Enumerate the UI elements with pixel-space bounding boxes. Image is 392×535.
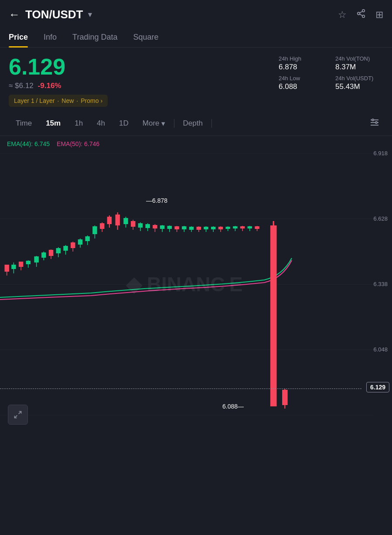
price-left: 6.129 ≈ $6.12 -9.16% Layer 1 / Layer · N… bbox=[9, 55, 270, 107]
time-item-1d[interactable]: 1D bbox=[112, 115, 136, 132]
svg-rect-38 bbox=[85, 236, 89, 241]
price-label-6628: 6.628 bbox=[373, 215, 388, 222]
time-bar: Time 15m 1h 4h 1D More ▾ Depth bbox=[0, 111, 392, 136]
svg-rect-32 bbox=[63, 246, 68, 251]
ema50-label: EMA(50): 6.746 bbox=[57, 140, 99, 147]
svg-rect-16 bbox=[4, 265, 9, 272]
stat-vol-ton-label: 24h Vol(TON) bbox=[335, 55, 383, 62]
time-more-label: More bbox=[143, 119, 160, 128]
stat-low-value: 6.088 bbox=[279, 82, 327, 91]
stat-high-label: 24h High bbox=[279, 55, 327, 62]
price-label-6338: 6.338 bbox=[373, 281, 388, 287]
chart-settings-button[interactable] bbox=[366, 114, 383, 133]
stat-high-value: 6.878 bbox=[279, 63, 327, 72]
current-price-label: 6.129 bbox=[366, 382, 389, 392]
svg-rect-26 bbox=[41, 252, 46, 258]
current-price-line bbox=[0, 388, 361, 389]
tag-sep-2: · bbox=[76, 97, 78, 104]
price-stats: 24h High 6.878 24h Vol(TON) 8.37M 24h Lo… bbox=[279, 55, 383, 107]
svg-rect-70 bbox=[204, 227, 208, 229]
time-depth-button[interactable]: Depth bbox=[176, 115, 210, 132]
tag-sep-1: · bbox=[57, 97, 59, 104]
stat-24h-vol-usdt: 24h Vol(USDT) 55.43M bbox=[335, 75, 383, 91]
tab-square[interactable]: Square bbox=[133, 27, 158, 47]
svg-rect-60 bbox=[167, 226, 172, 229]
stat-vol-usdt-label: 24h Vol(USDT) bbox=[335, 75, 383, 82]
svg-rect-82 bbox=[248, 226, 252, 228]
svg-point-8 bbox=[372, 119, 374, 121]
tag-new: New bbox=[61, 97, 74, 104]
svg-rect-76 bbox=[225, 227, 230, 229]
high-price-annotation: —6.878 bbox=[146, 197, 167, 204]
tab-trading-data[interactable]: Trading Data bbox=[72, 27, 117, 47]
price-label-6918: 6.918 bbox=[373, 150, 388, 157]
trading-pair-label: TON/USDT bbox=[25, 8, 83, 21]
svg-rect-68 bbox=[197, 227, 201, 230]
pair-dropdown-icon[interactable]: ▼ bbox=[86, 11, 93, 19]
svg-rect-40 bbox=[92, 226, 97, 234]
tab-price[interactable]: Price bbox=[9, 27, 28, 47]
svg-rect-48 bbox=[123, 218, 128, 224]
svg-rect-44 bbox=[107, 217, 112, 224]
svg-point-9 bbox=[375, 122, 377, 123]
svg-rect-64 bbox=[182, 226, 186, 229]
svg-rect-22 bbox=[26, 261, 31, 264]
svg-rect-84 bbox=[255, 226, 259, 229]
svg-rect-86 bbox=[270, 225, 277, 406]
header: ← TON/USDT ▼ ☆ ⊞ bbox=[0, 0, 392, 27]
tags-more-icon: › bbox=[100, 97, 102, 104]
favorite-icon[interactable]: ☆ bbox=[338, 9, 347, 20]
svg-rect-28 bbox=[49, 250, 53, 256]
stat-24h-high: 24h High 6.878 bbox=[279, 55, 327, 72]
nav-tabs: Price Info Trading Data Square bbox=[0, 27, 392, 48]
stat-vol-ton-value: 8.37M bbox=[335, 63, 383, 72]
tag-layer: Layer 1 / Layer bbox=[14, 97, 55, 104]
stat-vol-usdt-value: 55.43M bbox=[335, 82, 383, 91]
svg-line-4 bbox=[360, 11, 362, 13]
svg-line-3 bbox=[360, 14, 362, 16]
time-divider bbox=[174, 119, 174, 128]
header-title: TON/USDT ▼ bbox=[25, 8, 93, 21]
svg-rect-20 bbox=[19, 262, 23, 267]
svg-rect-88 bbox=[282, 390, 288, 405]
time-item-1h[interactable]: 1h bbox=[68, 115, 90, 132]
time-more-button[interactable]: More ▾ bbox=[136, 115, 172, 133]
candlestick-chart bbox=[0, 136, 392, 433]
expand-chart-button[interactable] bbox=[8, 405, 28, 425]
price-section: 6.129 ≈ $6.12 -9.16% Layer 1 / Layer · N… bbox=[0, 48, 392, 111]
svg-rect-74 bbox=[218, 227, 223, 229]
svg-rect-52 bbox=[138, 223, 143, 228]
time-divider-2 bbox=[211, 119, 212, 128]
svg-rect-42 bbox=[100, 223, 104, 229]
time-item-15m[interactable]: 15m bbox=[39, 115, 68, 132]
tab-info[interactable]: Info bbox=[44, 27, 57, 47]
time-item-4h[interactable]: 4h bbox=[90, 115, 112, 132]
chart-area[interactable]: EMA(44): 6.745 EMA(50): 6.746 ◆ BINANCE bbox=[0, 136, 392, 433]
back-button[interactable]: ← bbox=[9, 8, 20, 21]
stat-low-label: 24h Low bbox=[279, 75, 327, 82]
header-icons: ☆ ⊞ bbox=[338, 9, 383, 21]
svg-rect-56 bbox=[153, 225, 157, 228]
svg-line-90 bbox=[15, 416, 17, 418]
svg-rect-36 bbox=[78, 239, 82, 245]
time-item-time[interactable]: Time bbox=[9, 115, 39, 132]
svg-rect-78 bbox=[233, 226, 237, 228]
main-price: 6.129 bbox=[9, 55, 270, 78]
grid-icon[interactable]: ⊞ bbox=[375, 9, 383, 20]
ema-labels: EMA(44): 6.745 EMA(50): 6.746 bbox=[7, 140, 99, 147]
price-change: -9.16% bbox=[38, 82, 61, 90]
svg-rect-66 bbox=[189, 227, 194, 230]
svg-rect-24 bbox=[34, 256, 38, 262]
svg-rect-18 bbox=[11, 265, 16, 269]
svg-rect-72 bbox=[211, 227, 215, 229]
svg-rect-46 bbox=[115, 215, 119, 225]
svg-rect-54 bbox=[145, 224, 150, 228]
low-price-annotation: 6.088— bbox=[222, 403, 244, 410]
price-label-6048: 6.048 bbox=[373, 346, 388, 353]
share-icon[interactable] bbox=[356, 9, 366, 21]
tags-row[interactable]: Layer 1 / Layer · New · Promo › bbox=[9, 95, 108, 107]
svg-rect-62 bbox=[174, 226, 179, 229]
tag-promo: Promo bbox=[81, 97, 99, 104]
svg-rect-34 bbox=[71, 242, 75, 248]
header-left: ← TON/USDT ▼ bbox=[9, 8, 93, 21]
